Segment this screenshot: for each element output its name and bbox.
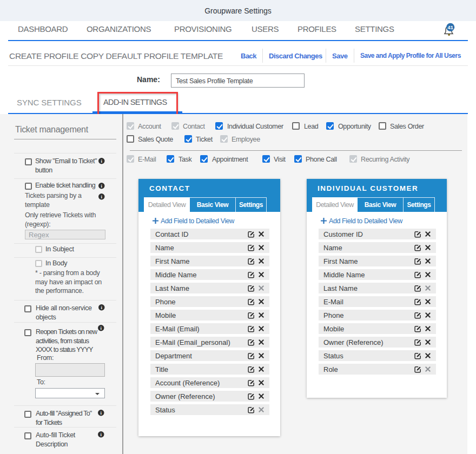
svg-text:41: 41	[448, 25, 453, 30]
